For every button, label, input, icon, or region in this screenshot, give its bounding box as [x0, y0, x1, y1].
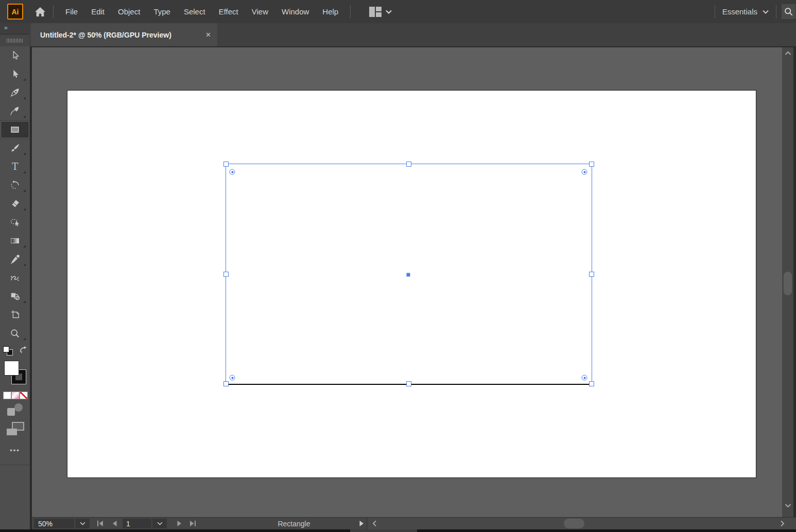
menubar-divider	[715, 5, 715, 19]
toolbar-divider	[0, 465, 30, 465]
menubar: Ai File Edit Object Type Select Effect V…	[0, 0, 796, 23]
workspace-switcher[interactable]: Essentials	[720, 7, 771, 16]
menu-list: File Edit Object Type Select Effect View…	[59, 0, 345, 23]
expand-panel-button[interactable]: »	[0, 23, 29, 34]
menu-effect[interactable]: Effect	[212, 0, 245, 23]
corner-widget-top-left[interactable]	[230, 169, 235, 175]
center-point-handle[interactable]	[407, 273, 410, 277]
chevron-down-icon	[80, 522, 85, 525]
handle-bottom-center[interactable]	[406, 381, 411, 386]
handle-top-right[interactable]	[589, 162, 594, 167]
artboard-tool[interactable]	[0, 306, 30, 324]
scroll-down-icon[interactable]	[782, 501, 793, 510]
handle-top-left[interactable]	[223, 162, 229, 167]
lasso-tool[interactable]	[0, 213, 30, 232]
tabbar: » Untitled-2* @ 50% (RGB/GPU Preview) ✕	[0, 23, 796, 46]
menu-help[interactable]: Help	[316, 0, 345, 23]
previous-artboard-button[interactable]	[108, 519, 120, 528]
menu-window[interactable]: Window	[275, 0, 316, 23]
chevron-down-icon	[386, 10, 392, 14]
default-fill-stroke-button[interactable]	[4, 347, 14, 356]
chevron-down-icon	[763, 10, 769, 14]
home-icon[interactable]	[32, 4, 48, 20]
pen-tool[interactable]	[0, 83, 30, 102]
close-tab-icon[interactable]: ✕	[205, 31, 211, 39]
vertical-scrollbar-thumb[interactable]	[784, 272, 792, 295]
handle-middle-right[interactable]	[589, 272, 594, 277]
window-edge	[793, 47, 796, 532]
gradient-tool[interactable]	[0, 232, 30, 250]
drawing-modes-button[interactable]	[7, 403, 23, 416]
menu-select[interactable]: Select	[177, 0, 212, 23]
search-button[interactable]	[782, 4, 795, 19]
menu-edit[interactable]: Edit	[84, 0, 111, 23]
swap-fill-stroke-icon[interactable]	[19, 346, 28, 357]
shape-builder-tool[interactable]	[0, 287, 30, 306]
workspace-label: Essentials	[722, 7, 757, 16]
handle-bottom-left[interactable]	[223, 381, 229, 386]
artboard-number-field[interactable]: 1	[123, 519, 151, 528]
direct-selection-tool[interactable]	[0, 65, 30, 83]
menu-type[interactable]: Type	[147, 0, 177, 23]
menubar-divider	[53, 5, 54, 19]
last-artboard-button[interactable]	[186, 519, 199, 528]
eraser-tool[interactable]	[0, 194, 30, 213]
document-tab-title: Untitled-2* @ 50% (RGB/GPU Preview)	[31, 31, 171, 39]
horizontal-scrollbar[interactable]	[368, 518, 796, 529]
color-button[interactable]	[4, 392, 11, 399]
menu-object[interactable]: Object	[111, 0, 147, 23]
zoom-level-field[interactable]: 50%	[34, 519, 74, 528]
tools-panel: T	[0, 46, 30, 529]
scroll-left-icon[interactable]	[369, 518, 380, 529]
corner-widget-bottom-right[interactable]	[582, 375, 587, 381]
arrange-documents-icon	[369, 7, 382, 17]
first-artboard-button[interactable]	[94, 519, 106, 528]
handle-top-center[interactable]	[406, 162, 411, 167]
horizontal-scrollbar-thumb[interactable]	[564, 519, 584, 528]
menu-view[interactable]: View	[245, 0, 275, 23]
corner-widget-top-right[interactable]	[582, 169, 587, 175]
statusbar-divider	[367, 518, 367, 530]
app-logo[interactable]: Ai	[7, 4, 23, 20]
color-mode-buttons	[4, 392, 27, 399]
status-options-icon[interactable]	[356, 519, 367, 528]
handle-middle-left[interactable]	[223, 272, 229, 277]
handle-bottom-right[interactable]	[589, 381, 594, 386]
paintbrush-tool[interactable]	[0, 139, 30, 157]
gradient-button[interactable]	[12, 392, 19, 399]
corner-widget-bottom-left[interactable]	[230, 375, 235, 381]
canvas[interactable]	[32, 47, 782, 517]
selected-rectangle[interactable]	[226, 164, 592, 384]
vertical-scrollbar[interactable]	[782, 47, 793, 517]
none-button[interactable]	[20, 392, 27, 399]
toolbar-grip[interactable]	[0, 34, 29, 46]
fill-color-swatch[interactable]	[5, 361, 19, 375]
zoom-tool[interactable]	[0, 324, 30, 343]
rectangle-tool[interactable]	[0, 120, 30, 139]
window-bottom-edge	[0, 529, 796, 532]
menubar-divider	[350, 5, 351, 19]
edit-toolbar-button[interactable]: •••	[0, 447, 30, 454]
selection-tool[interactable]	[0, 46, 30, 65]
chevron-down-icon	[157, 522, 163, 525]
menu-file[interactable]: File	[59, 0, 84, 23]
type-tool[interactable]: T	[0, 157, 30, 176]
artboard-dropdown-button[interactable]	[152, 519, 167, 528]
eyedropper-tool[interactable]	[0, 250, 30, 269]
document-tab[interactable]: Untitled-2* @ 50% (RGB/GPU Preview) ✕	[31, 23, 217, 46]
search-icon	[784, 7, 793, 16]
toolbar-dock-header: »	[0, 23, 29, 46]
scroll-right-icon[interactable]	[776, 518, 788, 529]
puppet-warp-tool[interactable]	[0, 269, 30, 287]
illustrator-window: Ai File Edit Object Type Select Effect V…	[0, 0, 796, 532]
next-artboard-button[interactable]	[173, 519, 185, 528]
scroll-up-icon[interactable]	[782, 48, 793, 58]
arrange-documents-button[interactable]	[369, 7, 392, 17]
zoom-dropdown-button[interactable]	[75, 519, 90, 528]
status-tool-label: Rectangle	[232, 519, 356, 528]
screen-mode-button[interactable]	[7, 423, 23, 435]
status-bar: 50% 1 Rectangle	[32, 517, 796, 529]
curvature-tool[interactable]	[0, 102, 30, 120]
window-bottom-segment	[350, 529, 417, 532]
rotate-tool[interactable]	[0, 176, 30, 194]
